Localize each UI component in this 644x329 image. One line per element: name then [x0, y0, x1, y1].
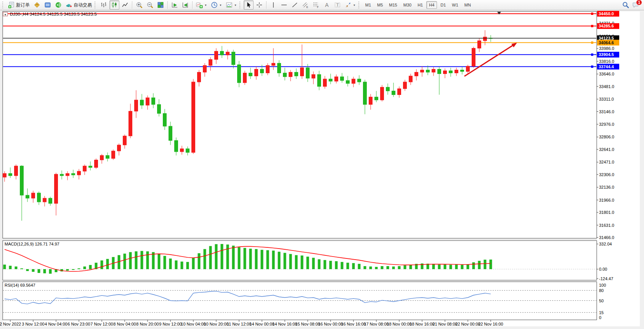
search-icon[interactable] — [622, 1, 630, 9]
label-button[interactable]: T — [332, 0, 342, 10]
timeframe-d1-button[interactable]: D1 — [438, 1, 448, 9]
line-handle[interactable] — [591, 25, 593, 27]
chart-shift-button[interactable] — [180, 0, 190, 10]
svg-text:34450.0: 34450.0 — [599, 11, 614, 16]
macd-bar — [221, 244, 223, 269]
timeframe-w1-button[interactable]: W1 — [449, 1, 461, 9]
crosshair-button[interactable] — [254, 0, 264, 10]
chevron-down-icon[interactable]: ▼ — [204, 4, 207, 6]
templates-icon — [226, 2, 233, 8]
indicators-button[interactable]: ▼ — [194, 0, 209, 10]
line-handle[interactable] — [591, 66, 593, 68]
bar-chart-button[interactable] — [99, 0, 109, 10]
macd-bar — [43, 269, 46, 273]
trendline-button[interactable] — [290, 0, 300, 10]
notifications-button[interactable]: 1 — [632, 1, 639, 9]
macd-bar — [192, 258, 195, 269]
main-chart-panel[interactable] — [3, 11, 597, 238]
candle — [26, 195, 29, 198]
macd-bar — [472, 262, 475, 269]
svg-text:14 Nov 00:00: 14 Nov 00:00 — [249, 322, 274, 326]
timeframe-mn-button[interactable]: MN — [462, 1, 474, 9]
macd-bar — [226, 244, 229, 269]
timeframe-m15-button[interactable]: M15 — [386, 1, 400, 9]
svg-text:E: E — [306, 6, 308, 8]
channel-button[interactable]: E — [300, 0, 310, 10]
candle — [438, 69, 441, 74]
svg-text:8 Nov 04:00: 8 Nov 04:00 — [113, 322, 136, 326]
zoom-out-button[interactable] — [145, 0, 155, 10]
line-handle[interactable] — [591, 42, 593, 44]
autotrade-button[interactable]: 自动交易 — [64, 0, 93, 10]
macd-bar — [135, 251, 138, 269]
svg-text:33481.0: 33481.0 — [599, 84, 614, 89]
candle — [358, 79, 361, 82]
hline-button[interactable] — [279, 0, 289, 10]
periods-button[interactable]: ▼ — [209, 0, 223, 10]
fibo-button[interactable]: F — [311, 0, 321, 10]
candle — [3, 173, 6, 177]
candle — [112, 151, 115, 159]
svg-text:15 Nov 08:00: 15 Nov 08:00 — [295, 322, 320, 326]
candlestick-button[interactable] — [109, 0, 119, 10]
candle — [198, 72, 201, 82]
timeframe-h1-button[interactable]: H1 — [415, 1, 426, 9]
zoom-in-button[interactable] — [134, 0, 144, 10]
arrows-button[interactable]: ▼ — [343, 0, 357, 10]
line-handle[interactable] — [591, 53, 593, 56]
svg-text:32976.0: 32976.0 — [599, 122, 614, 127]
candle — [20, 166, 24, 195]
candle — [478, 41, 481, 48]
cursor-button[interactable] — [244, 0, 254, 10]
auto-scroll-button[interactable] — [170, 0, 180, 10]
text-button[interactable]: A — [322, 0, 332, 10]
macd-bar — [89, 265, 92, 269]
rsi-panel[interactable] — [3, 282, 597, 320]
toolbar-grip — [2, 2, 5, 8]
candle — [278, 63, 281, 73]
toolbar-separator — [192, 1, 193, 9]
vline-button[interactable] — [268, 0, 278, 10]
candle — [386, 87, 390, 91]
candle — [32, 193, 35, 198]
candle — [123, 136, 127, 145]
macd-bar — [387, 266, 389, 269]
svg-text:16 Nov 00:00: 16 Nov 00:00 — [318, 322, 343, 326]
candle — [335, 77, 338, 81]
candle — [77, 171, 81, 175]
tile-windows-button[interactable] — [156, 0, 165, 10]
macd-bar — [21, 268, 23, 269]
candle — [157, 104, 161, 114]
candle — [255, 69, 258, 76]
macd-bar — [49, 269, 52, 274]
signals-button[interactable] — [53, 0, 63, 10]
chart-canvas[interactable]: 34321.034151.033986.033816.033646.033481… — [0, 0, 644, 329]
panel-splitter[interactable] — [3, 239, 597, 240]
candle — [146, 98, 149, 105]
chevron-down-icon[interactable]: ▼ — [353, 4, 356, 6]
market-watch-button[interactable] — [43, 0, 53, 10]
macd-bar — [341, 262, 344, 269]
timeframe-m30-button[interactable]: M30 — [401, 1, 414, 9]
timeframe-m5-button[interactable]: M5 — [374, 1, 385, 9]
new-order-button[interactable]: 新订单 — [6, 0, 31, 10]
candle — [95, 160, 98, 168]
templates-button[interactable]: ▼ — [224, 0, 238, 10]
line-handle[interactable] — [591, 13, 593, 15]
candle — [43, 198, 47, 202]
candle — [369, 97, 373, 104]
timeframe-h4-button[interactable]: H4 — [426, 1, 437, 9]
new-chart-button[interactable] — [32, 0, 42, 10]
macd-panel[interactable] — [3, 241, 597, 280]
timeframe-m1-button[interactable]: M1 — [363, 1, 374, 9]
panel-splitter[interactable] — [3, 281, 597, 281]
chevron-down-icon[interactable]: ▼ — [219, 4, 222, 6]
line-chart-button[interactable] — [120, 0, 130, 10]
chevron-down-icon[interactable]: ▼ — [234, 4, 237, 6]
macd-bar — [410, 265, 412, 269]
zoom-in-icon — [136, 2, 143, 8]
candle — [55, 174, 58, 204]
macd-bar — [9, 266, 12, 269]
macd-bar — [141, 251, 143, 269]
candle — [483, 37, 487, 41]
